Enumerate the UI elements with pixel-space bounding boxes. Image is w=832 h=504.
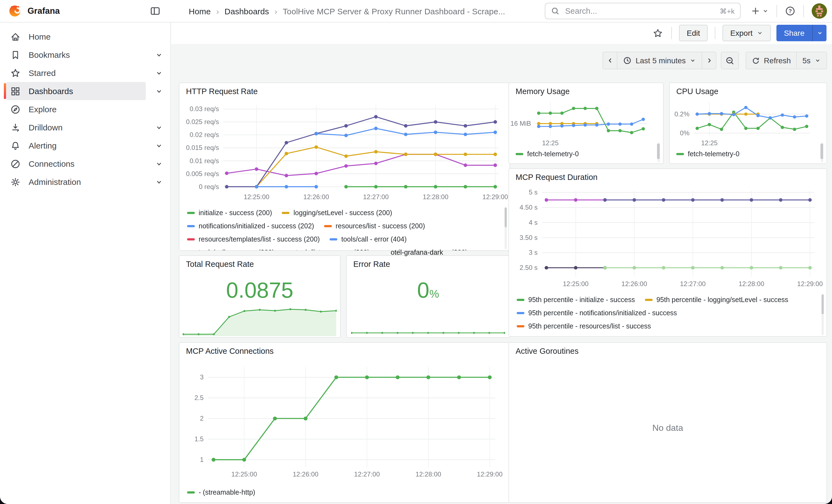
- legend-item[interactable]: 95th percentile - logging/setLevel - suc…: [645, 296, 788, 304]
- sidebar-item-explore[interactable]: Explore: [0, 100, 170, 118]
- compass-icon: [10, 104, 21, 115]
- legend-scrollbar[interactable]: [657, 143, 660, 159]
- new-button[interactable]: [750, 5, 770, 17]
- chevron-down-icon[interactable]: [155, 178, 163, 186]
- share-button[interactable]: Share: [776, 25, 812, 41]
- legend-item[interactable]: tools/call - success (200): [187, 249, 274, 250]
- panel-title[interactable]: Error Rate: [353, 260, 390, 268]
- svg-text:4.50 s: 4.50 s: [520, 204, 538, 211]
- chevron-down-icon[interactable]: [155, 160, 163, 167]
- legend-swatch: [324, 225, 332, 227]
- legend-swatch: [517, 299, 524, 301]
- sidebar-item-bookmarks[interactable]: Bookmarks: [0, 46, 170, 64]
- svg-text:1: 1: [200, 456, 204, 463]
- sidebar-item-drilldown[interactable]: Drilldown: [0, 118, 170, 136]
- http-legend: initialize - success (200)logging/setLev…: [187, 206, 493, 250]
- svg-text:12:29:00: 12:29:00: [477, 471, 502, 478]
- breadcrumb-separator: ›: [216, 6, 219, 16]
- panel-title[interactable]: HTTP Request Rate: [186, 87, 258, 96]
- sidebar-item-label: Dashboards: [29, 86, 73, 96]
- legend-swatch: [676, 153, 684, 155]
- breadcrumb-dashboards[interactable]: Dashboards: [225, 6, 269, 16]
- divider: [671, 27, 672, 39]
- chevron-down-icon[interactable]: [155, 69, 163, 77]
- svg-text:12:25: 12:25: [701, 139, 718, 147]
- zoom-out-icon: [725, 56, 735, 65]
- breadcrumb-separator: ›: [275, 6, 277, 16]
- sidebar-item-administration[interactable]: Administration: [0, 173, 170, 191]
- search-shortcut: ⌘+k: [720, 7, 735, 15]
- panel-title[interactable]: Total Request Rate: [186, 260, 254, 268]
- legend-item[interactable]: tools/list - success (200): [284, 249, 369, 250]
- chevron-down-icon[interactable]: [155, 124, 163, 131]
- share-dropdown-button[interactable]: [812, 25, 827, 41]
- refresh-group: Refresh 5s: [746, 52, 827, 69]
- user-avatar[interactable]: [812, 3, 827, 19]
- search-input[interactable]: [564, 6, 720, 16]
- chevron-down-icon[interactable]: [155, 87, 163, 95]
- breadcrumb-home[interactable]: Home: [189, 6, 211, 16]
- favorite-star-button[interactable]: [651, 27, 664, 39]
- legend-scrollbar[interactable]: [822, 294, 824, 314]
- legend-scrollbar[interactable]: [504, 207, 507, 227]
- sidebar-item-connections[interactable]: Connections: [0, 155, 170, 173]
- sidebar-toggle-button[interactable]: [149, 4, 162, 18]
- legend-swatch: [330, 238, 337, 240]
- legend-swatch: [187, 492, 195, 494]
- legend-swatch: [282, 212, 290, 214]
- refresh-button[interactable]: Refresh: [746, 52, 797, 69]
- svg-text:12:28:00: 12:28:00: [738, 280, 764, 288]
- time-forward-button[interactable]: [702, 52, 717, 69]
- svg-text:2.5: 2.5: [194, 394, 204, 401]
- total-request-rate-sparkline: [183, 303, 337, 336]
- panel-title[interactable]: MCP Active Connections: [186, 347, 274, 355]
- legend-item[interactable]: resources/templates/list - success (200): [187, 236, 320, 243]
- sidebar-item-home[interactable]: Home: [0, 27, 170, 46]
- legend-item[interactable]: 95th percentile - initialize - success: [517, 296, 635, 304]
- legend-item[interactable]: initialize - success (200): [187, 209, 272, 217]
- share-split-button: Share: [776, 25, 827, 41]
- panel-title[interactable]: Memory Usage: [516, 87, 570, 96]
- no-data-message: No data: [509, 354, 827, 502]
- legend-item[interactable]: 95th percentile - notifications/initiali…: [517, 309, 677, 317]
- legend-item[interactable]: - (streamable-http): [187, 488, 255, 496]
- refresh-interval-button[interactable]: 5s: [796, 52, 827, 69]
- grafana-logo: [8, 4, 22, 18]
- panel-mcp-active-connections: MCP Active Connections 11.522.5312:25:00…: [179, 342, 510, 503]
- sidebar-item-label: Alerting: [29, 141, 57, 150]
- divider: [715, 27, 716, 39]
- chevron-down-icon[interactable]: [155, 51, 163, 59]
- time-back-button[interactable]: [602, 52, 617, 69]
- legend-item[interactable]: resources/list - success (200): [324, 222, 425, 230]
- sidebar-item-dashboards[interactable]: Dashboards: [0, 82, 170, 100]
- edit-button[interactable]: Edit: [679, 25, 708, 41]
- svg-text:12:27:00: 12:27:00: [363, 193, 389, 201]
- error-rate-sparkline: [351, 327, 505, 335]
- legend-item[interactable]: fetch-telemetry-0: [676, 150, 739, 158]
- refresh-interval-label: 5s: [802, 56, 810, 65]
- sidebar-item-alerting[interactable]: Alerting: [0, 136, 170, 155]
- panel-title[interactable]: MCP Request Duration: [516, 173, 598, 182]
- legend-swatch: [517, 325, 524, 327]
- legend-label: 95th percentile - resources/list - succe…: [528, 322, 651, 330]
- legend-item[interactable]: 95th percentile - resources/templates/li…: [517, 336, 683, 336]
- legend-item[interactable]: notifications/initialized - success (202…: [187, 222, 314, 230]
- legend-item[interactable]: fetch-telemetry-0: [516, 150, 579, 158]
- zoom-out-button[interactable]: [721, 52, 739, 69]
- legend-scrollbar[interactable]: [821, 143, 823, 159]
- help-button[interactable]: ?: [784, 4, 797, 18]
- sidebar-item-label: Drilldown: [29, 123, 62, 132]
- sidebar-item-starred[interactable]: Starred: [0, 64, 170, 82]
- legend-item[interactable]: 95th percentile - resources/list - succe…: [517, 322, 651, 330]
- chevron-down-icon[interactable]: [155, 142, 163, 150]
- divider: [803, 5, 804, 17]
- export-button[interactable]: Export: [723, 25, 771, 41]
- legend-item[interactable]: tools/call - error (404): [330, 236, 407, 243]
- legend-item[interactable]: logging/setLevel - success (200): [282, 209, 392, 217]
- legend-item[interactable]: unknown - success (200): [380, 249, 467, 250]
- panel-title[interactable]: CPU Usage: [676, 87, 718, 96]
- home-icon: [10, 31, 21, 42]
- gear-icon: [10, 176, 21, 187]
- search-box[interactable]: ⌘+k: [545, 3, 740, 19]
- time-range-button[interactable]: Last 5 minutes: [617, 52, 702, 69]
